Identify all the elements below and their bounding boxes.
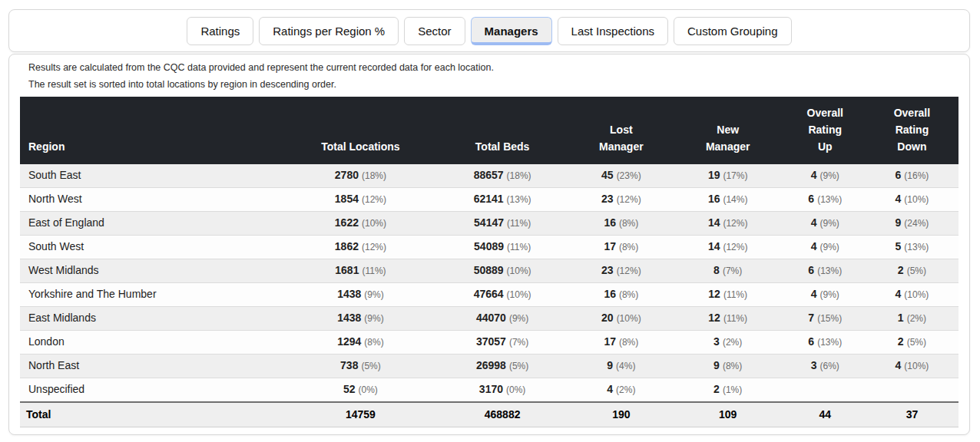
description-line-1: Results are calculated from the CQC data… (20, 62, 958, 73)
region-cell: London (20, 330, 288, 354)
cell-percentage: (8%) (723, 361, 742, 371)
tab-group: Ratings Ratings per Region % Sector Mana… (187, 17, 791, 45)
total-value-cell: 468882 (433, 402, 571, 427)
cell-percentage: (1%) (723, 384, 742, 395)
cell-percentage: (7%) (723, 266, 742, 276)
cell-value: 88657 (474, 169, 504, 181)
cell-percentage: (6%) (819, 361, 839, 371)
cell-value: 14 (708, 240, 720, 252)
cell-value: 1438 (337, 288, 361, 300)
cell-percentage: (24%) (904, 218, 929, 229)
cell-percentage: (5%) (907, 266, 926, 276)
cell-value: 4 (811, 240, 817, 252)
table-row: East of England1622(10%)54147(11%)16(8%)… (20, 211, 958, 235)
value-cell: 4(10%) (866, 282, 958, 306)
cell-percentage: (13%) (817, 266, 842, 276)
cell-value: 4 (811, 288, 817, 300)
value-cell: 6(16%) (866, 164, 958, 188)
value-cell: 7(15%) (785, 306, 866, 330)
cell-value: 20 (601, 312, 614, 324)
tab-last-inspections[interactable]: Last Inspections (558, 17, 668, 45)
cell-value: 4 (811, 216, 817, 229)
cell-value: 4 (896, 288, 902, 300)
total-label: Total (20, 402, 288, 427)
cell-percentage: (14%) (723, 194, 747, 205)
table-row: Yorkshire and The Humber1438(9%)47664(10… (20, 282, 958, 306)
cell-percentage: (8%) (619, 218, 638, 229)
cell-value: 2 (898, 264, 904, 276)
cell-value: 37057 (476, 335, 506, 348)
cell-value: 2780 (335, 169, 359, 181)
region-cell: West Midlands (20, 259, 288, 282)
cell-value: 4 (811, 169, 817, 181)
value-cell: 8(7%) (671, 259, 785, 282)
cell-value: 3170 (479, 383, 503, 395)
cell-value: 62141 (474, 193, 504, 205)
value-cell: 16(8%) (571, 211, 671, 235)
cell-value: 4 (896, 359, 902, 371)
cell-value: 47664 (474, 288, 504, 300)
value-cell: 1(2%) (866, 306, 958, 330)
region-cell: South East (20, 164, 288, 188)
region-cell: South West (20, 235, 288, 259)
tab-custom-grouping[interactable]: Custom Grouping (674, 17, 792, 45)
value-cell: 4(9%) (785, 235, 866, 259)
cell-value: 1294 (337, 335, 361, 348)
cell-percentage: (0%) (359, 384, 378, 395)
cell-value: 3 (811, 359, 817, 371)
cell-percentage: (10%) (904, 194, 929, 205)
cell-percentage: (11%) (723, 313, 747, 324)
tab-sector[interactable]: Sector (404, 17, 465, 45)
value-cell: 47664(10%) (433, 282, 571, 306)
cell-percentage: (10%) (507, 289, 531, 300)
cell-percentage: (10%) (904, 361, 929, 371)
cell-percentage: (7%) (509, 337, 528, 348)
cell-percentage: (12%) (723, 218, 747, 229)
cell-percentage: (11%) (362, 266, 386, 276)
value-cell (785, 378, 866, 402)
table-header-row: RegionTotal LocationsTotal BedsLostManag… (20, 97, 958, 164)
column-header-new-manager: NewManager (671, 97, 785, 164)
value-cell: 2(1%) (671, 378, 785, 402)
cell-value: 6 (808, 193, 814, 205)
cell-value: 16 (708, 193, 720, 205)
cell-value: 2 (898, 335, 904, 348)
total-value-cell: 190 (571, 402, 671, 427)
cell-value: 26998 (476, 359, 506, 371)
value-cell: 6(13%) (785, 187, 866, 211)
column-header-lost-manager: LostManager (571, 97, 671, 164)
cell-value: 9 (896, 216, 902, 229)
value-cell: 4(9%) (785, 164, 866, 188)
value-cell: 44070(9%) (433, 306, 571, 330)
cell-percentage: (8%) (619, 242, 638, 252)
cell-percentage: (13%) (904, 242, 929, 252)
cell-percentage: (9%) (819, 242, 839, 252)
cell-value: 6 (896, 169, 902, 181)
cell-percentage: (5%) (907, 337, 926, 348)
value-cell: 23(12%) (571, 187, 671, 211)
column-header-overall-rating-up: OverallRatingUp (785, 97, 866, 164)
cell-percentage: (5%) (509, 361, 528, 371)
value-cell: 1438(9%) (288, 306, 434, 330)
cell-percentage: (11%) (507, 242, 531, 252)
total-value-cell: 109 (671, 402, 785, 427)
cell-value: 8 (713, 264, 720, 276)
value-cell: 12(11%) (671, 282, 785, 306)
tab-ratings[interactable]: Ratings (187, 17, 253, 45)
total-value-cell: 44 (785, 402, 866, 427)
value-cell: 17(8%) (571, 330, 671, 354)
cell-value: 23 (601, 264, 614, 276)
cell-percentage: (8%) (364, 337, 383, 348)
cell-percentage: (23%) (617, 170, 641, 181)
value-cell: 1294(8%) (288, 330, 434, 354)
value-cell: 16(8%) (571, 282, 671, 306)
tab-managers[interactable]: Managers (471, 17, 552, 45)
cell-value: 17 (604, 240, 616, 252)
tab-ratings-per-region[interactable]: Ratings per Region % (259, 17, 399, 45)
table-row: London1294(8%)37057(7%)17(8%)3(2%)6(13%)… (20, 330, 958, 354)
cell-value: 12 (708, 288, 720, 300)
cell-value: 45 (601, 169, 614, 181)
value-cell: 3(6%) (785, 354, 866, 378)
cell-value: 4 (896, 193, 902, 205)
value-cell: 6(13%) (785, 259, 866, 282)
